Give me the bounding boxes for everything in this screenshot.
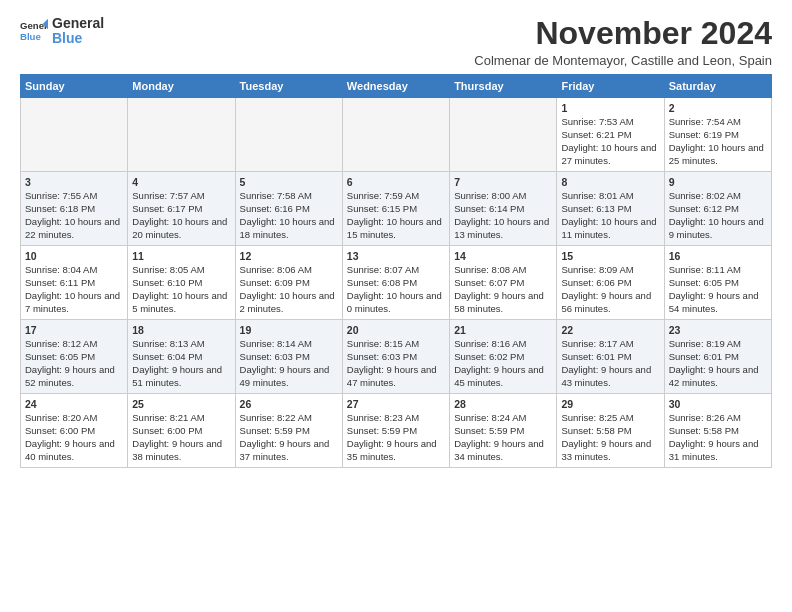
calendar-cell: 9Sunrise: 8:02 AMSunset: 6:12 PMDaylight… bbox=[664, 172, 771, 246]
calendar-week-row: 10Sunrise: 8:04 AMSunset: 6:11 PMDayligh… bbox=[21, 246, 772, 320]
day-number: 3 bbox=[25, 175, 123, 189]
day-number: 5 bbox=[240, 175, 338, 189]
day-number: 9 bbox=[669, 175, 767, 189]
day-info: Sunrise: 8:20 AM bbox=[25, 412, 123, 425]
day-info: Sunrise: 7:54 AM bbox=[669, 116, 767, 129]
day-number: 11 bbox=[132, 249, 230, 263]
calendar-cell: 4Sunrise: 7:57 AMSunset: 6:17 PMDaylight… bbox=[128, 172, 235, 246]
day-info: Sunrise: 8:26 AM bbox=[669, 412, 767, 425]
day-number: 30 bbox=[669, 397, 767, 411]
day-info: Daylight: 10 hours and 0 minutes. bbox=[347, 290, 445, 316]
calendar-cell: 30Sunrise: 8:26 AMSunset: 5:58 PMDayligh… bbox=[664, 394, 771, 468]
day-info: Sunrise: 7:58 AM bbox=[240, 190, 338, 203]
day-info: Sunset: 6:04 PM bbox=[132, 351, 230, 364]
day-info: Daylight: 10 hours and 13 minutes. bbox=[454, 216, 552, 242]
title-block: November 2024 Colmenar de Montemayor, Ca… bbox=[474, 16, 772, 68]
header: General Blue General Blue November 2024 … bbox=[20, 16, 772, 68]
day-info: Sunset: 5:59 PM bbox=[347, 425, 445, 438]
day-info: Sunrise: 8:23 AM bbox=[347, 412, 445, 425]
day-info: Sunrise: 7:59 AM bbox=[347, 190, 445, 203]
calendar-cell: 18Sunrise: 8:13 AMSunset: 6:04 PMDayligh… bbox=[128, 320, 235, 394]
day-number: 22 bbox=[561, 323, 659, 337]
weekday-header: Thursday bbox=[450, 75, 557, 98]
day-info: Sunset: 5:59 PM bbox=[454, 425, 552, 438]
day-number: 25 bbox=[132, 397, 230, 411]
calendar-cell bbox=[21, 98, 128, 172]
calendar-cell: 20Sunrise: 8:15 AMSunset: 6:03 PMDayligh… bbox=[342, 320, 449, 394]
day-info: Daylight: 9 hours and 37 minutes. bbox=[240, 438, 338, 464]
logo-blue: Blue bbox=[52, 31, 104, 46]
day-info: Sunset: 6:01 PM bbox=[561, 351, 659, 364]
calendar-cell bbox=[235, 98, 342, 172]
day-info: Daylight: 10 hours and 18 minutes. bbox=[240, 216, 338, 242]
day-info: Sunset: 6:21 PM bbox=[561, 129, 659, 142]
day-info: Daylight: 9 hours and 31 minutes. bbox=[669, 438, 767, 464]
day-info: Sunset: 6:14 PM bbox=[454, 203, 552, 216]
calendar-week-row: 3Sunrise: 7:55 AMSunset: 6:18 PMDaylight… bbox=[21, 172, 772, 246]
calendar-cell: 25Sunrise: 8:21 AMSunset: 6:00 PMDayligh… bbox=[128, 394, 235, 468]
day-info: Sunrise: 8:25 AM bbox=[561, 412, 659, 425]
calendar-cell: 19Sunrise: 8:14 AMSunset: 6:03 PMDayligh… bbox=[235, 320, 342, 394]
day-info: Sunset: 6:16 PM bbox=[240, 203, 338, 216]
page: General Blue General Blue November 2024 … bbox=[0, 0, 792, 478]
day-info: Sunset: 6:03 PM bbox=[240, 351, 338, 364]
calendar-cell: 8Sunrise: 8:01 AMSunset: 6:13 PMDaylight… bbox=[557, 172, 664, 246]
day-info: Sunset: 6:12 PM bbox=[669, 203, 767, 216]
day-info: Daylight: 9 hours and 38 minutes. bbox=[132, 438, 230, 464]
day-info: Sunset: 6:08 PM bbox=[347, 277, 445, 290]
day-info: Sunrise: 8:12 AM bbox=[25, 338, 123, 351]
day-number: 21 bbox=[454, 323, 552, 337]
logo-icon: General Blue bbox=[20, 17, 48, 45]
day-info: Daylight: 9 hours and 47 minutes. bbox=[347, 364, 445, 390]
day-info: Sunrise: 8:16 AM bbox=[454, 338, 552, 351]
day-info: Sunset: 6:19 PM bbox=[669, 129, 767, 142]
day-number: 15 bbox=[561, 249, 659, 263]
calendar-cell: 23Sunrise: 8:19 AMSunset: 6:01 PMDayligh… bbox=[664, 320, 771, 394]
day-number: 13 bbox=[347, 249, 445, 263]
day-number: 4 bbox=[132, 175, 230, 189]
day-info: Sunset: 6:11 PM bbox=[25, 277, 123, 290]
calendar-week-row: 17Sunrise: 8:12 AMSunset: 6:05 PMDayligh… bbox=[21, 320, 772, 394]
day-info: Sunrise: 8:00 AM bbox=[454, 190, 552, 203]
day-info: Sunrise: 8:05 AM bbox=[132, 264, 230, 277]
day-info: Sunset: 5:59 PM bbox=[240, 425, 338, 438]
day-info: Sunrise: 8:19 AM bbox=[669, 338, 767, 351]
day-info: Sunrise: 7:53 AM bbox=[561, 116, 659, 129]
calendar-cell: 29Sunrise: 8:25 AMSunset: 5:58 PMDayligh… bbox=[557, 394, 664, 468]
day-info: Daylight: 10 hours and 27 minutes. bbox=[561, 142, 659, 168]
day-number: 17 bbox=[25, 323, 123, 337]
day-info: Sunrise: 8:14 AM bbox=[240, 338, 338, 351]
calendar-cell: 12Sunrise: 8:06 AMSunset: 6:09 PMDayligh… bbox=[235, 246, 342, 320]
calendar-cell: 28Sunrise: 8:24 AMSunset: 5:59 PMDayligh… bbox=[450, 394, 557, 468]
day-info: Sunset: 6:00 PM bbox=[25, 425, 123, 438]
day-info: Sunrise: 8:06 AM bbox=[240, 264, 338, 277]
day-info: Sunset: 5:58 PM bbox=[669, 425, 767, 438]
day-info: Daylight: 10 hours and 15 minutes. bbox=[347, 216, 445, 242]
day-info: Daylight: 10 hours and 5 minutes. bbox=[132, 290, 230, 316]
svg-text:Blue: Blue bbox=[20, 31, 41, 42]
day-info: Sunset: 6:06 PM bbox=[561, 277, 659, 290]
day-info: Daylight: 10 hours and 25 minutes. bbox=[669, 142, 767, 168]
calendar-week-row: 1Sunrise: 7:53 AMSunset: 6:21 PMDaylight… bbox=[21, 98, 772, 172]
day-info: Sunset: 6:15 PM bbox=[347, 203, 445, 216]
day-number: 8 bbox=[561, 175, 659, 189]
weekday-header: Friday bbox=[557, 75, 664, 98]
calendar-week-row: 24Sunrise: 8:20 AMSunset: 6:00 PMDayligh… bbox=[21, 394, 772, 468]
calendar: SundayMondayTuesdayWednesdayThursdayFrid… bbox=[20, 74, 772, 468]
day-info: Daylight: 9 hours and 33 minutes. bbox=[561, 438, 659, 464]
day-info: Sunrise: 8:22 AM bbox=[240, 412, 338, 425]
weekday-header: Wednesday bbox=[342, 75, 449, 98]
day-info: Sunrise: 7:55 AM bbox=[25, 190, 123, 203]
day-info: Daylight: 9 hours and 54 minutes. bbox=[669, 290, 767, 316]
day-info: Sunrise: 8:07 AM bbox=[347, 264, 445, 277]
day-info: Daylight: 9 hours and 52 minutes. bbox=[25, 364, 123, 390]
calendar-cell: 7Sunrise: 8:00 AMSunset: 6:14 PMDaylight… bbox=[450, 172, 557, 246]
day-number: 10 bbox=[25, 249, 123, 263]
calendar-cell: 21Sunrise: 8:16 AMSunset: 6:02 PMDayligh… bbox=[450, 320, 557, 394]
day-info: Sunrise: 8:21 AM bbox=[132, 412, 230, 425]
day-info: Sunset: 6:00 PM bbox=[132, 425, 230, 438]
day-info: Sunset: 5:58 PM bbox=[561, 425, 659, 438]
calendar-cell: 13Sunrise: 8:07 AMSunset: 6:08 PMDayligh… bbox=[342, 246, 449, 320]
calendar-cell: 17Sunrise: 8:12 AMSunset: 6:05 PMDayligh… bbox=[21, 320, 128, 394]
day-number: 6 bbox=[347, 175, 445, 189]
